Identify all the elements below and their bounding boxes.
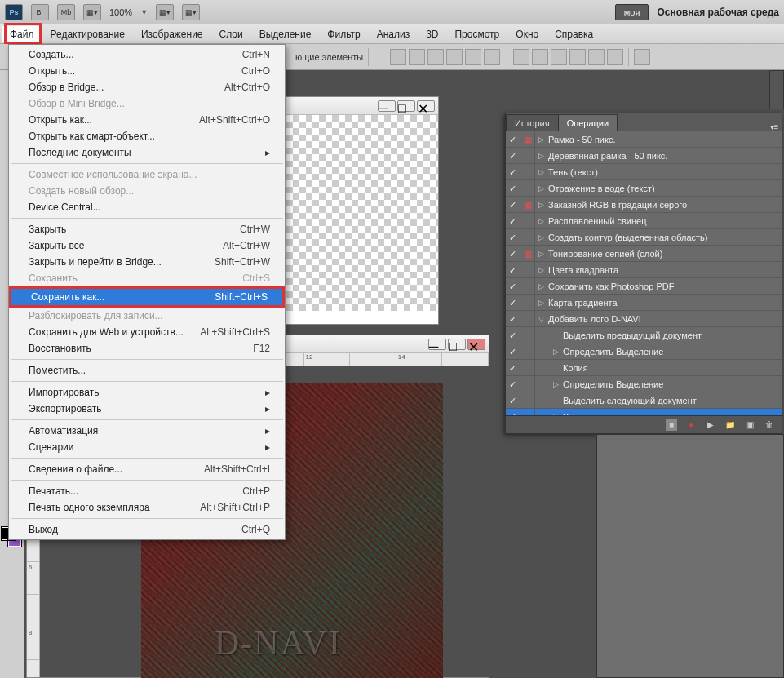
menu-item[interactable]: Обзор в Bridge...Alt+Ctrl+O — [9, 79, 285, 95]
distribute-icon[interactable] — [569, 49, 586, 65]
menu-редактирование[interactable]: Редактирование — [42, 26, 133, 42]
new-set-icon[interactable]: 📁 — [724, 419, 736, 431]
menu-item[interactable]: Поместить... — [9, 362, 285, 379]
menu-справка[interactable]: Справка — [547, 26, 601, 42]
menu-item: Обзор в Mini Bridge... — [9, 95, 285, 112]
menu-item[interactable]: Сохранить как...Shift+Ctrl+S — [9, 286, 285, 308]
zoom-level[interactable]: 100% — [109, 7, 132, 17]
action-item[interactable]: ✓▷Определить Выделение — [506, 376, 782, 392]
bridge-icon[interactable]: Br — [31, 4, 49, 20]
ps-icon: Ps — [5, 4, 23, 20]
menu-выделение[interactable]: Выделение — [251, 26, 320, 42]
align-icon[interactable] — [446, 49, 463, 65]
panel-menu-icon[interactable]: ▾≡ — [767, 122, 782, 131]
menu-item[interactable]: Экспортировать▸ — [9, 401, 285, 417]
zoom-dropdown-icon[interactable]: ▼ — [140, 8, 148, 16]
align-icon[interactable] — [427, 49, 444, 65]
menu-item[interactable]: ВосстановитьF12 — [9, 340, 285, 357]
workspace-label[interactable]: Основная рабочая среда — [657, 7, 779, 18]
menu-item[interactable]: Сохранить для Web и устройств...Alt+Shif… — [9, 324, 285, 340]
align-icon[interactable] — [390, 49, 406, 65]
maximize-icon[interactable]: □ — [448, 339, 466, 350]
menu-item[interactable]: Последние документы▸ — [9, 144, 285, 161]
menu-item: Создать новый обзор... — [9, 183, 285, 199]
extras-icon[interactable]: ▦▾ — [182, 4, 200, 20]
tab-actions[interactable]: Операции — [558, 114, 618, 131]
menu-анализ[interactable]: Анализ — [369, 26, 419, 42]
action-item[interactable]: ✓▷Определить Выделение — [506, 343, 782, 360]
menu-item[interactable]: ВыходCtrl+Q — [9, 521, 285, 538]
align-icon[interactable] — [484, 49, 500, 65]
menu-item[interactable]: Создать...Ctrl+N — [9, 47, 285, 63]
menu-item[interactable]: Открыть как смарт-объект... — [9, 128, 285, 144]
actions-footer: ■ ● ▶ 📁 ▣ 🗑 — [506, 415, 782, 433]
screen-mode-icon[interactable]: ▦▾ — [156, 4, 174, 20]
menu-item[interactable]: Device Central... — [9, 199, 285, 215]
stop-icon[interactable]: ■ — [666, 419, 677, 431]
action-item[interactable]: ✓▦▷Рамка - 50 пикс. — [506, 131, 782, 148]
action-item[interactable]: ✓▷Сохранить как Photoshop PDF — [506, 278, 782, 295]
distribute-icon[interactable] — [513, 49, 529, 65]
menu-item[interactable]: Закрыть всеAlt+Ctrl+W — [9, 237, 285, 254]
menu-просмотр[interactable]: Просмотр — [446, 26, 507, 42]
menu-слои[interactable]: Слои — [211, 26, 251, 42]
menu-item[interactable]: Импортировать▸ — [9, 384, 285, 401]
distribute-icon[interactable] — [532, 49, 548, 65]
align-icon[interactable] — [465, 49, 481, 65]
minimize-icon[interactable]: ─ — [378, 100, 396, 112]
action-item[interactable]: ✓▦▷Заказной RGB в градации серого — [506, 197, 782, 213]
menu-фильтр[interactable]: Фильтр — [319, 26, 368, 42]
menu-3d[interactable]: 3D — [418, 26, 446, 42]
document-window-1: ─ □ ✕ — [286, 96, 439, 325]
tab-history[interactable]: История — [506, 114, 559, 131]
close-icon[interactable]: ✕ — [417, 100, 435, 112]
action-item[interactable]: ✓Копия — [506, 360, 782, 376]
close-icon[interactable]: ✕ — [467, 339, 485, 350]
panel-tabs: История Операции ▾≡ — [506, 113, 782, 131]
menu-файл[interactable]: Файл — [2, 26, 42, 42]
new-action-icon[interactable]: ▣ — [744, 419, 755, 431]
action-item[interactable]: ✓▷Создать контур (выделенная область) — [506, 229, 782, 246]
collapsed-panel[interactable] — [769, 70, 784, 109]
menu-item[interactable]: Сценарии▸ — [9, 439, 285, 455]
doc-arrange-icon[interactable]: ▦▾ — [83, 4, 101, 20]
menu-item[interactable]: Открыть как...Alt+Shift+Ctrl+O — [9, 112, 285, 128]
menu-изображение[interactable]: Изображение — [133, 26, 211, 42]
maximize-icon[interactable]: □ — [397, 100, 415, 112]
my-button[interactable]: моя — [615, 4, 649, 20]
menu-item[interactable]: ЗакрытьCtrl+W — [9, 221, 285, 237]
action-item[interactable]: ✓▷Цвета квадранта — [506, 262, 782, 278]
app-toolbar: Ps Br Mb ▦▾ 100% ▼ ▦▾ ▦▾ моя Основная ра… — [0, 0, 784, 24]
menu-bar: ФайлРедактированиеИзображениеСлоиВыделен… — [0, 24, 784, 44]
menu-окно[interactable]: Окно — [507, 26, 547, 42]
align-icon[interactable] — [409, 49, 425, 65]
file-menu-dropdown: Создать...Ctrl+NОткрыть...Ctrl+OОбзор в … — [8, 44, 286, 540]
distribute-icon[interactable] — [607, 49, 623, 65]
action-item[interactable]: ✓▷Тень (текст) — [506, 164, 782, 180]
action-item[interactable]: ✓▷Расплавленный свинец — [506, 213, 782, 229]
distribute-icon[interactable] — [588, 49, 605, 65]
play-icon[interactable]: ▶ — [705, 419, 716, 431]
action-item[interactable]: ✓▦▷Тонирование сепией (слой) — [506, 246, 782, 262]
menu-item[interactable]: Печатать...Ctrl+P — [9, 483, 285, 499]
menu-item[interactable]: Открыть...Ctrl+O — [9, 63, 285, 79]
menu-item[interactable]: Автоматизация▸ — [9, 423, 285, 439]
menu-item[interactable]: Печать одного экземпляраAlt+Shift+Ctrl+P — [9, 499, 285, 516]
menu-item: СохранитьCtrl+S — [9, 270, 285, 286]
menu-item[interactable]: Закрыть и перейти в Bridge...Shift+Ctrl+… — [9, 254, 285, 270]
action-item[interactable]: ✓▷Отражение в воде (текст) — [506, 180, 782, 197]
action-item[interactable]: ✓Выделить предыдущий документ — [506, 327, 782, 343]
auto-align-icon[interactable] — [634, 49, 650, 65]
menu-item: Совместное использование экрана... — [9, 166, 285, 183]
action-item[interactable]: ✓▷Вставить — [506, 409, 782, 415]
trash-icon[interactable]: 🗑 — [764, 419, 775, 431]
minibridge-icon[interactable]: Mb — [57, 4, 75, 20]
minimize-icon[interactable]: ─ — [428, 339, 446, 350]
action-item[interactable]: ✓▷Деревянная рамка - 50 пикс. — [506, 148, 782, 164]
action-item[interactable]: ✓▽Добавить лого D-NAVI — [506, 311, 782, 327]
action-item[interactable]: ✓▷Карта градиента — [506, 295, 782, 311]
record-icon[interactable]: ● — [685, 419, 697, 431]
menu-item[interactable]: Сведения о файле...Alt+Shift+Ctrl+I — [9, 461, 285, 477]
action-item[interactable]: ✓Выделить следующий документ — [506, 392, 782, 409]
distribute-icon[interactable] — [551, 49, 567, 65]
